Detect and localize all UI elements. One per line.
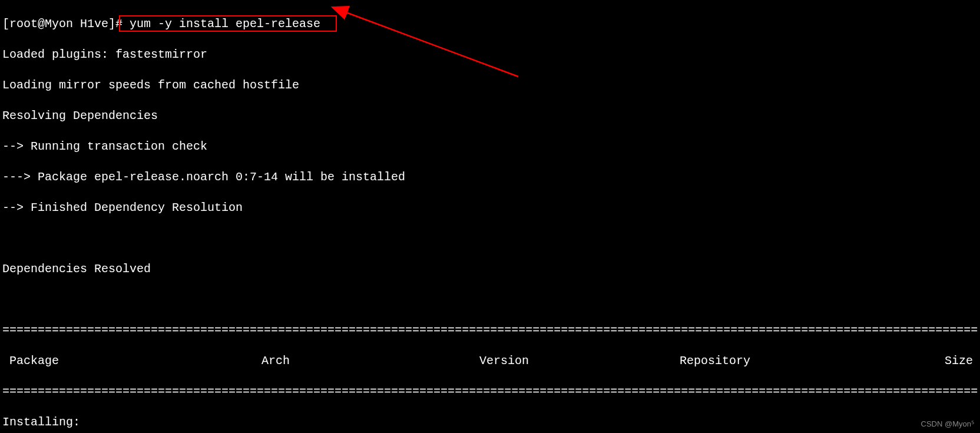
- header-arch: Arch: [261, 353, 479, 369]
- output-line: --> Running transaction check: [2, 139, 978, 154]
- output-line: ---> Package epel-release.noarch 0:7-14 …: [2, 170, 978, 185]
- header-package: Package: [2, 353, 261, 369]
- table-section: Installing:: [2, 415, 978, 430]
- header-repo: Repository: [680, 353, 898, 369]
- header-size: Size: [898, 353, 978, 369]
- output-line: Loaded plugins: fastestmirror: [2, 47, 978, 62]
- table-header-row: PackageArchVersionRepositorySize: [2, 353, 978, 369]
- table-divider: ========================================…: [2, 323, 978, 338]
- output-line: --> Finished Dependency Resolution: [2, 200, 978, 216]
- terminal-output: [root@Myon H1ve]# yum -y install epel-re…: [2, 1, 978, 433]
- output-line: Resolving Dependencies: [2, 108, 978, 124]
- table-divider: ========================================…: [2, 384, 978, 399]
- shell-prompt[interactable]: [root@Myon H1ve]#: [2, 17, 122, 31]
- output-line: [2, 231, 978, 246]
- shell-command[interactable]: yum -y install epel-release: [130, 17, 320, 31]
- output-line: Loading mirror speeds from cached hostfi…: [2, 78, 978, 93]
- output-line: [2, 292, 978, 308]
- watermark-text: CSDN @Myon⁵: [921, 419, 974, 429]
- output-line: Dependencies Resolved: [2, 262, 978, 277]
- command-prompt-line: [root@Myon H1ve]# yum -y install epel-re…: [2, 16, 978, 32]
- header-version: Version: [479, 353, 680, 369]
